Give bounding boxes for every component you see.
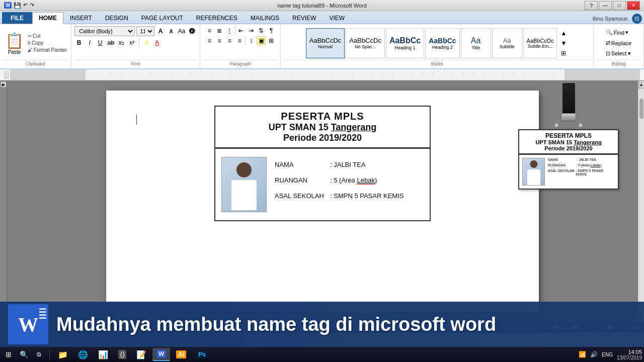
style-heading2[interactable]: AaBbCc Heading 2 <box>425 28 459 58</box>
styles-group: AaBbCcDc Normal AaBbCcDc No Spac... AaBb… <box>281 25 594 67</box>
editing-label: Editing <box>597 60 640 66</box>
align-center-button[interactable]: ≡ <box>215 36 224 45</box>
tab-design[interactable]: DESIGN <box>99 12 135 24</box>
powerpoint-taskbar[interactable]: 📊 <box>94 348 112 361</box>
styles-expand[interactable]: ⊞ <box>559 49 568 58</box>
font-name-select[interactable]: Calibri (Body) <box>74 26 135 36</box>
close-button[interactable]: ✕ <box>627 1 640 10</box>
font-shrink-button[interactable]: A <box>167 27 176 36</box>
scroll-thumb[interactable] <box>639 99 643 119</box>
font-color-button[interactable]: A <box>152 38 162 47</box>
styles-scroll-up[interactable]: ▲ <box>559 29 568 38</box>
name-tag-card: PESERTA MPLS UPT SMAN 15 Tangerang Perio… <box>214 106 431 221</box>
photoshop-taskbar[interactable]: Ps <box>192 348 212 361</box>
document-page: PESERTA MPLS UPT SMAN 15 Tangerang Perio… <box>106 90 539 312</box>
bullets-button[interactable]: ≡ <box>205 26 214 35</box>
lanyard-strap-top <box>562 83 575 113</box>
volume-icon: 🔊 <box>590 351 598 358</box>
italic-button[interactable]: I <box>85 38 94 47</box>
shading-button[interactable]: ▣ <box>257 36 266 45</box>
font-grow-button[interactable]: A <box>156 27 165 36</box>
badge-asal-row: ASAL SEKOLAH : SMPN 5 PASAR KEMIS <box>548 169 615 176</box>
search-button[interactable]: 🔍 <box>17 348 30 361</box>
start-button[interactable]: ⊞ <box>2 348 15 361</box>
line-spacing-button[interactable]: ↕ <box>247 36 256 45</box>
minimize-button[interactable]: — <box>599 1 612 10</box>
tab-references[interactable]: REFERENCES <box>190 12 244 24</box>
style-no-spacing[interactable]: AaBbCcDc No Spac... <box>346 28 385 58</box>
styles-content: AaBbCcDc Normal AaBbCcDc No Spac... AaBb… <box>306 26 569 60</box>
font-size-select[interactable]: 11 <box>136 26 154 36</box>
ribbon-tabs: FILE HOME INSERT DESIGN PAGE LAYOUT REFE… <box>0 11 644 24</box>
nama-row: NAMA : JALBI TEA <box>275 161 422 168</box>
clear-format-button[interactable]: 🅐 <box>188 27 197 36</box>
badge-preview-area: PESERTA MPLS UPT SMAN 15 Tangerang Perio… <box>503 80 634 322</box>
text-highlight-button[interactable]: A <box>142 38 151 47</box>
align-left-button[interactable]: ≡ <box>205 36 214 45</box>
taskbar: ⊞ 🔍 ⧉ 📁 🌐 📊 ⟨⟩ 📝 W Ai Ps <box>0 347 644 362</box>
increase-indent-button[interactable]: ⇥ <box>247 26 256 35</box>
strikethrough-button[interactable]: ab <box>106 38 115 47</box>
maximize-button[interactable]: □ <box>613 1 626 10</box>
redo-icon[interactable]: ↷ <box>30 2 34 9</box>
vertical-scrollbar[interactable]: ▲ ▼ <box>638 80 644 322</box>
style-heading1[interactable]: AaBbCc Heading 1 <box>386 28 424 58</box>
text-cursor <box>136 115 137 125</box>
clipboard-content: 📋 Paste ✂ Cut ⎘ Copy 🖌 Format Painter <box>3 26 68 60</box>
multilevel-button[interactable]: ⋮ <box>225 26 234 35</box>
style-subtle-em[interactable]: AaBbCcDc Subtle Em... <box>523 28 557 58</box>
font-group: Calibri (Body) 11 A A Aa 🅐 B I U ab x₂ <box>71 25 200 67</box>
styles-scroll-down[interactable]: ▼ <box>559 39 568 48</box>
illustrator-taskbar[interactable]: Ai <box>172 348 190 361</box>
align-right-button[interactable]: ≡ <box>225 36 234 45</box>
save-icon[interactable]: 💾 <box>14 2 21 9</box>
find-button[interactable]: 🔍 Find ▾ <box>604 28 633 37</box>
tab-page-layout[interactable]: PAGE LAYOUT <box>135 12 190 24</box>
change-case-button[interactable]: Aa <box>177 27 186 36</box>
teams-taskbar[interactable]: ⟨⟩ <box>114 348 130 361</box>
paste-button[interactable]: 📋 Paste <box>3 31 26 56</box>
undo-icon[interactable]: ↶ <box>23 2 28 9</box>
badge-nama-row: NAMA : JALBI TEA <box>548 158 615 161</box>
font-label: Font <box>74 60 197 66</box>
tab-file[interactable]: FILE <box>2 12 32 24</box>
decrease-indent-button[interactable]: ⇤ <box>236 26 246 35</box>
task-view-button[interactable]: ⧉ <box>32 348 45 361</box>
help-button[interactable]: ? <box>585 1 598 10</box>
borders-button[interactable]: ⊞ <box>267 36 276 45</box>
styles-label: Styles <box>284 60 590 66</box>
style-normal[interactable]: AaBbCcDc Normal <box>306 28 345 58</box>
browser-taskbar[interactable]: 🌐 <box>74 348 92 361</box>
notes-taskbar[interactable]: 📝 <box>132 348 150 361</box>
cut-button[interactable]: ✂ Cut <box>27 33 68 39</box>
sort-button[interactable]: ⇅ <box>257 26 266 35</box>
file-explorer-taskbar[interactable]: 📁 <box>54 348 72 361</box>
word-taskbar[interactable]: W <box>152 348 170 361</box>
user-avatar: IS <box>632 14 642 24</box>
badge-school: UPT SMAN 15 Tangerang <box>522 139 615 145</box>
paragraph-label: Paragraph <box>203 60 277 66</box>
tab-home[interactable]: HOME <box>32 12 63 24</box>
tab-insert[interactable]: INSERT <box>63 12 99 24</box>
video-title: Mudahnya membuat name tag di microsoft w… <box>56 314 496 335</box>
subscript-button[interactable]: x₂ <box>117 38 126 47</box>
format-painter-button[interactable]: 🖌 Format Painter <box>27 47 68 53</box>
badge-holder-dots <box>554 123 583 127</box>
select-button[interactable]: ⊡ Select ▾ <box>604 49 633 58</box>
copy-button[interactable]: ⎘ Copy <box>27 40 68 46</box>
replace-icon: ⇄ <box>606 40 610 46</box>
tab-mailings[interactable]: MAILINGS <box>244 12 286 24</box>
style-title[interactable]: Aa Title <box>461 28 491 58</box>
show-hide-button[interactable]: ¶ <box>267 26 276 35</box>
superscript-button[interactable]: x² <box>127 38 136 47</box>
style-subtitle[interactable]: Aa Subtitle <box>492 28 522 58</box>
name-tag-title: PESERTA MPLS <box>221 111 424 122</box>
asal-row: ASAL SEKOLAH : SMPN 5 PASAR KEMIS <box>275 192 422 200</box>
tab-review[interactable]: REVIEW <box>286 12 323 24</box>
bold-button[interactable]: B <box>74 38 84 47</box>
tab-view[interactable]: VIEW <box>323 12 351 24</box>
justify-button[interactable]: ≡ <box>235 36 244 45</box>
replace-button[interactable]: ⇄ Replace <box>604 39 633 47</box>
underline-button[interactable]: U <box>96 38 105 47</box>
numbering-button[interactable]: ≣ <box>215 26 224 35</box>
